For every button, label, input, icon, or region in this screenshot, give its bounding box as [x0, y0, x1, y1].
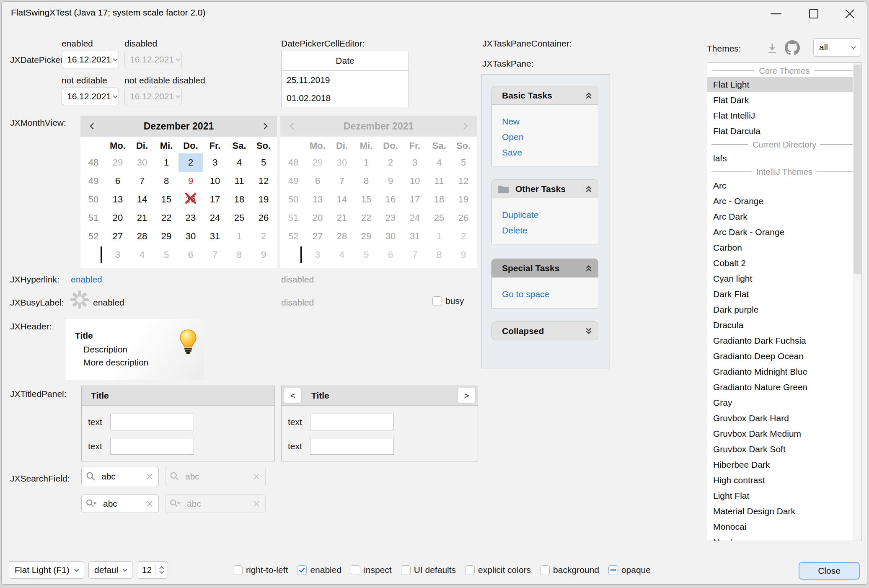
- day-cell[interactable]: 3: [203, 153, 227, 172]
- theme-item-flat-light[interactable]: Flat Light: [707, 77, 853, 92]
- search-field[interactable]: abc: [81, 467, 159, 486]
- day-cell[interactable]: 29: [154, 227, 178, 246]
- day-cell[interactable]: 7: [130, 172, 154, 190]
- date-table[interactable]: Date25.11.201901.02.2018: [281, 51, 409, 107]
- explicit-colors-checkbox[interactable]: explicit colors: [465, 565, 531, 575]
- task-link-go-to-space[interactable]: Go to space: [492, 286, 598, 302]
- day-cell[interactable]: 15: [154, 190, 178, 209]
- day-cell[interactable]: 30: [130, 153, 154, 172]
- github-icon[interactable]: [785, 40, 800, 57]
- theme-item-arc-orange[interactable]: Arc - Orange: [707, 193, 853, 209]
- theme-item-gradianto-nature-green[interactable]: Gradianto Nature Green: [707, 379, 853, 395]
- theme-item-gruvbox-dark-soft[interactable]: Gruvbox Dark Soft: [707, 441, 853, 457]
- background-checkbox-box[interactable]: [540, 565, 550, 575]
- scrollbar-thumb[interactable]: [853, 65, 861, 274]
- day-cell[interactable]: 23: [178, 209, 203, 227]
- table-row[interactable]: 25.11.2019: [282, 71, 409, 89]
- background-checkbox[interactable]: background: [540, 565, 599, 575]
- ui-defaults-checkbox-box[interactable]: [401, 565, 411, 575]
- spinner-up-down-icon[interactable]: [155, 564, 168, 576]
- theme-item-high-contrast[interactable]: High contrast: [707, 472, 853, 488]
- double-chevron-down-icon[interactable]: [579, 327, 598, 335]
- busy-checkbox-box[interactable]: [432, 296, 442, 306]
- taskpane-header[interactable]: Basic Tasks: [491, 86, 598, 105]
- theme-item-flat-dark[interactable]: Flat Dark: [707, 92, 853, 108]
- task-link-delete[interactable]: Delete: [492, 223, 598, 238]
- theme-item-dark-flat[interactable]: Dark Flat: [707, 286, 853, 302]
- day-cell[interactable]: 17: [203, 190, 227, 209]
- next-button[interactable]: >: [458, 388, 476, 404]
- day-cell[interactable]: 21: [130, 209, 154, 227]
- search-input-value[interactable]: abc: [98, 499, 146, 509]
- day-cell[interactable]: 8: [227, 246, 251, 264]
- text-input[interactable]: [310, 438, 394, 455]
- theme-item-hiberbee-dark[interactable]: Hiberbee Dark: [707, 457, 853, 472]
- day-cell[interactable]: 12: [251, 172, 276, 190]
- hyperlink-enabled[interactable]: enabled: [71, 275, 102, 285]
- clear-icon[interactable]: [146, 473, 158, 480]
- theme-item-lafs[interactable]: lafs: [707, 150, 853, 166]
- opaque-checkbox[interactable]: opaque: [608, 565, 651, 575]
- search-field-with-menu[interactable]: abc: [81, 494, 159, 513]
- chevron-down-icon[interactable]: [111, 54, 119, 65]
- clear-icon[interactable]: [146, 500, 158, 508]
- explicit-colors-checkbox-box[interactable]: [465, 565, 475, 575]
- theme-item-cyan-light[interactable]: Cyan light: [707, 271, 853, 286]
- day-cell[interactable]: 31: [203, 227, 227, 246]
- taskpane-header[interactable]: Collapsed: [491, 321, 598, 340]
- day-cell[interactable]: 24: [203, 209, 227, 227]
- day-cell[interactable]: 6: [106, 172, 130, 190]
- day-cell[interactable]: 2: [178, 153, 203, 172]
- chevron-down-icon[interactable]: [111, 91, 119, 102]
- right-to-left-checkbox[interactable]: right-to-left: [233, 565, 288, 575]
- day-cell[interactable]: 3: [106, 246, 130, 264]
- theme-item-gradianto-midnight-blue[interactable]: Gradianto Midnight Blue: [707, 364, 853, 379]
- date-picker-field[interactable]: 16.12.2021: [62, 51, 119, 68]
- text-input[interactable]: [110, 438, 194, 455]
- day-cell[interactable]: 1: [154, 153, 178, 172]
- theme-item-gradianto-deep-ocean[interactable]: Gradianto Deep Ocean: [707, 348, 853, 364]
- day-cell[interactable]: 13: [106, 190, 130, 209]
- inspect-checkbox[interactable]: inspect: [351, 565, 392, 575]
- font-size-spinner[interactable]: 12: [138, 561, 168, 579]
- theme-item-gray[interactable]: Gray: [707, 395, 853, 410]
- theme-item-dark-purple[interactable]: Dark purple: [707, 302, 853, 317]
- theme-item-material-design-dark[interactable]: Material Design Dark: [707, 503, 853, 519]
- day-cell[interactable]: 6: [178, 246, 203, 264]
- enabled-checkbox[interactable]: enabled: [297, 565, 341, 575]
- close-dialog-button[interactable]: Close: [799, 562, 860, 580]
- theme-item-flat-intellij[interactable]: Flat IntelliJ: [707, 108, 853, 123]
- day-cell[interactable]: 30: [178, 227, 203, 246]
- double-chevron-up-icon[interactable]: [579, 91, 598, 100]
- day-cell[interactable]: 4: [130, 246, 154, 264]
- chevron-right-icon[interactable]: [253, 122, 277, 131]
- day-cell[interactable]: 10: [203, 172, 227, 190]
- taskpane-header[interactable]: Other Tasks: [491, 179, 598, 198]
- download-icon[interactable]: [766, 42, 778, 56]
- date-picker-field[interactable]: 16.12.2021: [62, 88, 119, 105]
- enabled-checkbox-box[interactable]: [297, 565, 307, 575]
- double-chevron-up-icon[interactable]: [579, 264, 598, 272]
- ui-defaults-checkbox[interactable]: UI defaults: [401, 565, 456, 575]
- day-cell[interactable]: 28: [130, 227, 154, 246]
- theme-item-flat-darcula[interactable]: Flat Darcula: [707, 123, 853, 139]
- day-cell[interactable]: 4: [227, 153, 251, 172]
- day-cell[interactable]: 1: [227, 227, 251, 246]
- font-combo[interactable]: default: [88, 561, 132, 579]
- table-row[interactable]: 01.02.2018: [282, 89, 409, 107]
- busy-checkbox[interactable]: busy: [432, 296, 464, 306]
- text-input[interactable]: [110, 414, 194, 430]
- text-input[interactable]: [310, 414, 394, 430]
- theme-item-arc-dark[interactable]: Arc Dark: [707, 209, 853, 224]
- theme-item-gradianto-dark-fuchsia[interactable]: Gradianto Dark Fuchsia: [707, 333, 853, 348]
- task-link-new[interactable]: New: [492, 114, 598, 129]
- theme-item-cobalt-2[interactable]: Cobalt 2: [707, 255, 853, 271]
- maximize-button[interactable]: [795, 2, 832, 26]
- day-cell[interactable]: 5: [154, 246, 178, 264]
- prev-button[interactable]: <: [284, 388, 302, 404]
- day-cell[interactable]: 16: [178, 190, 203, 209]
- theme-item-gruvbox-dark-hard[interactable]: Gruvbox Dark Hard: [707, 410, 853, 426]
- theme-item-arc-dark-orange[interactable]: Arc Dark - Orange: [707, 224, 853, 240]
- search-icon[interactable]: [82, 471, 96, 482]
- inspect-checkbox-box[interactable]: [351, 565, 360, 575]
